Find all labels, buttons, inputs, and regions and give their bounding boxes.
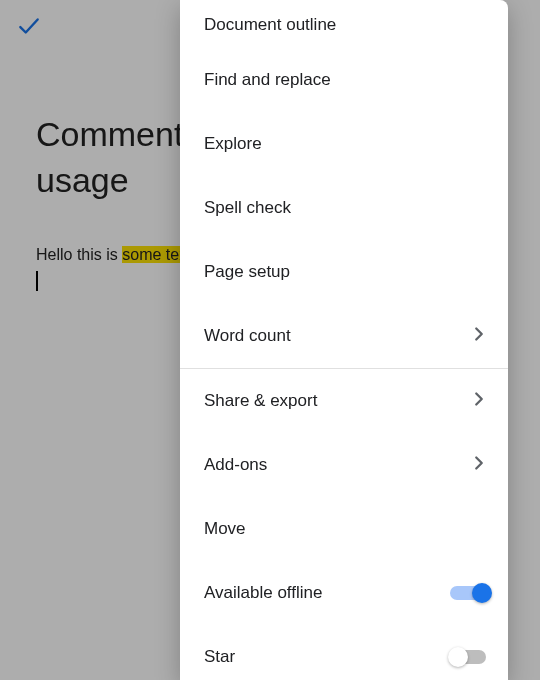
toggle-star[interactable] [450, 645, 490, 669]
menu-item-move[interactable]: Move [180, 497, 508, 561]
menu-item-label: Word count [204, 326, 291, 346]
menu-item-document-outline[interactable]: Document outline [180, 0, 508, 48]
menu-item-explore[interactable]: Explore [180, 112, 508, 176]
menu-item-word-count[interactable]: Word count [180, 304, 508, 368]
menu-item-label: Spell check [204, 198, 291, 218]
menu-item-label: Share & export [204, 391, 317, 411]
menu-item-label: Explore [204, 134, 262, 154]
menu-item-star[interactable]: Star [180, 625, 508, 680]
menu-item-label: Find and replace [204, 70, 331, 90]
menu-item-label: Page setup [204, 262, 290, 282]
menu-item-page-setup[interactable]: Page setup [180, 240, 508, 304]
menu-item-label: Move [204, 519, 246, 539]
chevron-right-icon [468, 323, 490, 350]
menu-item-available-offline[interactable]: Available offline [180, 561, 508, 625]
menu-item-label: Available offline [204, 583, 322, 603]
menu-item-label: Document outline [204, 15, 336, 35]
menu-item-share-export[interactable]: Share & export [180, 369, 508, 433]
menu-item-find-replace[interactable]: Find and replace [180, 48, 508, 112]
menu-item-addons[interactable]: Add-ons [180, 433, 508, 497]
menu-item-label: Star [204, 647, 235, 667]
toggle-thumb [448, 647, 468, 667]
chevron-right-icon [468, 388, 490, 415]
menu-item-spell-check[interactable]: Spell check [180, 176, 508, 240]
chevron-right-icon [468, 452, 490, 479]
toggle-thumb [472, 583, 492, 603]
menu-item-label: Add-ons [204, 455, 267, 475]
toggle-available-offline[interactable] [450, 581, 490, 605]
overflow-menu-panel: Document outline Find and replace Explor… [180, 0, 508, 680]
